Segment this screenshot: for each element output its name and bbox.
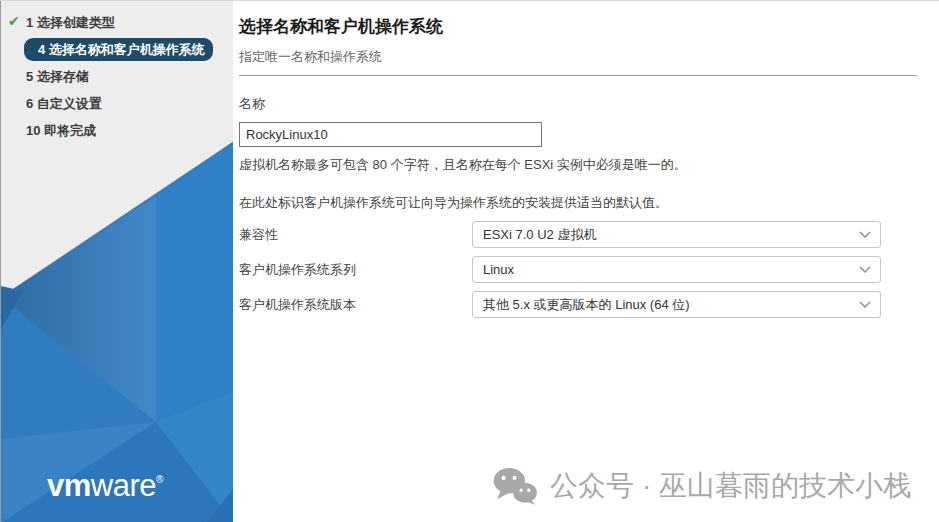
step-ready-to-complete[interactable]: 10 即将完成 bbox=[1, 119, 213, 142]
step-label: 1 选择创建类型 bbox=[26, 15, 115, 30]
chevron-down-icon bbox=[859, 231, 871, 239]
wizard-content-panel: 选择名称和客户机操作系统 指定唯一名称和操作系统 名称 虚拟机名称最多可包含 8… bbox=[233, 1, 939, 522]
guest-os-version-select[interactable]: 其他 5.x 或更高版本的 Linux (64 位) bbox=[472, 291, 881, 318]
compatibility-label: 兼容性 bbox=[239, 226, 472, 244]
step-label: 10 即将完成 bbox=[26, 123, 96, 138]
compatibility-selected-value: ESXi 7.0 U2 虚拟机 bbox=[483, 227, 596, 242]
guest-os-version-selected-value: 其他 5.x 或更高版本的 Linux (64 位) bbox=[483, 297, 690, 312]
vm-name-label: 名称 bbox=[239, 95, 917, 113]
compatibility-row: 兼容性 ESXi 7.0 U2 虚拟机 bbox=[239, 221, 917, 248]
step-customize-settings[interactable]: 6 自定义设置 bbox=[1, 92, 213, 115]
guest-os-family-label: 客户机操作系统系列 bbox=[239, 261, 472, 279]
step-label: 6 自定义设置 bbox=[26, 96, 102, 111]
sidebar-facet-artwork bbox=[1, 133, 233, 522]
wizard-steps-list: ✔ 1 选择创建类型 4 选择名称和客户机操作系统 5 选择存储 6 自定义设置… bbox=[1, 1, 233, 142]
chevron-down-icon bbox=[859, 266, 871, 274]
step-label: 4 选择名称和客户机操作系统 bbox=[38, 42, 205, 57]
guest-os-family-select[interactable]: Linux bbox=[472, 256, 881, 283]
watermark: . 公众号 · 巫山暮雨的技术小栈 bbox=[492, 467, 911, 505]
step-label: 5 选择存储 bbox=[26, 69, 89, 84]
guest-os-hint-note: 在此处标识客户机操作系统可让向导为操作系统的安装提供适当的默认值。 bbox=[239, 194, 917, 212]
name-rules-note: 虚拟机名称最多可包含 80 个字符，且名称在每个 ESXi 实例中必须是唯一的。 bbox=[239, 156, 917, 174]
step-select-name-guest-os[interactable]: 4 选择名称和客户机操作系统 bbox=[24, 38, 213, 61]
wechat-icon: . bbox=[492, 467, 538, 505]
new-vm-wizard-dialog: ✔ 1 选择创建类型 4 选择名称和客户机操作系统 5 选择存储 6 自定义设置… bbox=[0, 1, 939, 522]
guest-os-version-label: 客户机操作系统版本 bbox=[239, 296, 472, 314]
guest-os-version-row: 客户机操作系统版本 其他 5.x 或更高版本的 Linux (64 位) bbox=[239, 291, 917, 318]
compatibility-select[interactable]: ESXi 7.0 U2 虚拟机 bbox=[472, 221, 881, 248]
step-select-creation-type[interactable]: ✔ 1 选择创建类型 bbox=[1, 11, 213, 34]
vm-name-input[interactable] bbox=[239, 122, 542, 147]
guest-os-family-row: 客户机操作系统系列 Linux bbox=[239, 256, 917, 283]
check-icon: ✔ bbox=[8, 14, 20, 29]
vmware-logo: vmware® bbox=[47, 470, 163, 501]
wizard-sidebar: ✔ 1 选择创建类型 4 选择名称和客户机操作系统 5 选择存储 6 自定义设置… bbox=[0, 1, 233, 522]
watermark-text: 公众号 · 巫山暮雨的技术小栈 bbox=[550, 467, 911, 505]
page-subtitle: 指定唯一名称和操作系统 bbox=[239, 48, 917, 66]
chevron-down-icon bbox=[859, 301, 871, 309]
divider bbox=[239, 75, 917, 76]
step-select-storage[interactable]: 5 选择存储 bbox=[1, 65, 213, 88]
page-title: 选择名称和客户机操作系统 bbox=[239, 15, 917, 38]
guest-os-family-selected-value: Linux bbox=[483, 262, 514, 277]
